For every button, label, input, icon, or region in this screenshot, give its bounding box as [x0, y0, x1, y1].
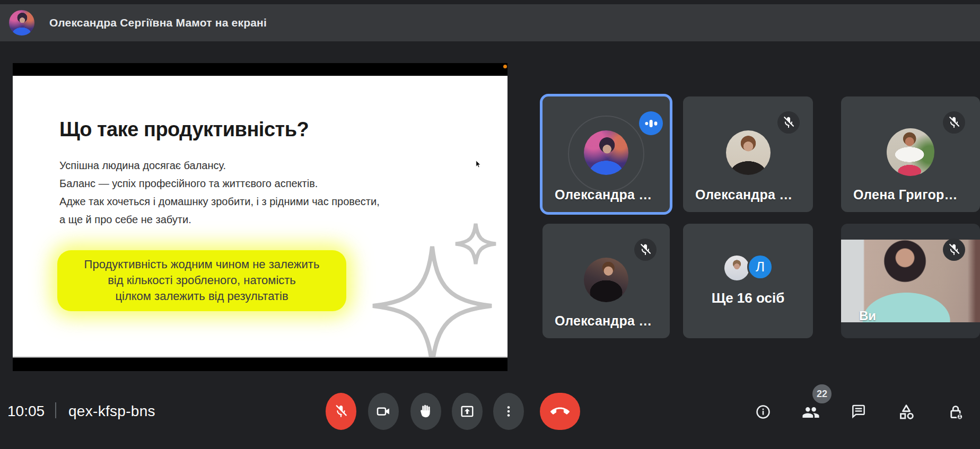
presenting-banner: Олександра Сергіївна Мамот на екрані: [0, 4, 980, 41]
camera-icon: [375, 403, 391, 419]
host-controls-icon: [947, 403, 965, 421]
highlight-line: від кількості зробленого, натомість: [57, 272, 346, 288]
participant-name: Олександра …: [555, 313, 652, 329]
mic-toggle-button[interactable]: [326, 393, 356, 430]
participant-name: Олександра …: [555, 187, 652, 203]
slide-body-line: Адже так хочеться і домашнку зробити, і …: [59, 192, 380, 210]
participants-count-badge: 22: [812, 384, 832, 403]
highlight-line: цілком залежить від результатів: [57, 288, 346, 304]
host-controls-button[interactable]: [945, 402, 966, 423]
participant-avatar: [726, 130, 771, 175]
participant-tile-olena[interactable]: Олена Григор…: [841, 96, 980, 212]
participant-name: Олександра …: [695, 187, 792, 203]
slide-body-line: Успішна людина досягає балансу.: [59, 156, 380, 174]
present-screen-button[interactable]: [452, 393, 483, 430]
mic-off-icon: [943, 239, 965, 261]
activities-icon: [897, 403, 915, 421]
end-call-button[interactable]: [540, 393, 580, 430]
more-options-icon: [502, 404, 515, 418]
participant-avatar: [724, 256, 749, 280]
mic-off-icon: [334, 404, 348, 419]
speaking-indicator-icon: [639, 111, 663, 135]
letter-avatar: Л: [747, 254, 773, 280]
presenting-banner-title: Олександра Сергіївна Мамот на екрані: [49, 16, 267, 29]
participant-avatar: [584, 130, 628, 175]
mic-off-icon: [777, 111, 800, 134]
activities-button[interactable]: [896, 401, 917, 422]
people-icon: [802, 403, 820, 421]
more-options-button[interactable]: [493, 393, 524, 430]
record-dot: [503, 65, 507, 68]
slide-title: Що таке продуктивність?: [59, 118, 309, 141]
end-call-icon: [550, 402, 570, 421]
presentation-slide: Що таке продуктивність? Успішна людина д…: [13, 76, 508, 358]
raise-hand-button[interactable]: [410, 393, 441, 430]
self-label: Ви: [859, 309, 876, 323]
participant-tile-oleksandra-3[interactable]: Олександра …: [542, 224, 670, 338]
participant-tile-oleksandra-2[interactable]: Олександра …: [683, 96, 813, 212]
highlight-line: Продуктивність жодним чином не залежить: [57, 257, 346, 272]
slide-body-line: а ще й про себе не забути.: [59, 210, 380, 228]
clock-time: 10:05: [7, 403, 45, 420]
highlight-callout: Продуктивність жодним чином не залежить …: [57, 250, 346, 311]
camera-toggle-button[interactable]: [368, 393, 399, 430]
raise-hand-icon: [418, 403, 434, 419]
participant-tile-oleksandra-1[interactable]: Олександра …: [540, 94, 672, 215]
shared-screen[interactable]: Що таке продуктивність? Успішна людина д…: [13, 63, 508, 371]
chat-icon: [850, 402, 867, 419]
more-people-label: Ще 16 осіб: [683, 290, 813, 306]
participants-button[interactable]: [800, 402, 821, 423]
participant-tile-you[interactable]: Ви: [841, 224, 980, 338]
info-icon: [755, 403, 772, 420]
participant-avatar: [584, 258, 628, 302]
presenter-avatar: [9, 10, 34, 36]
slide-body-line: Баланс — успіх професійного та життєвого…: [59, 174, 380, 192]
mouse-cursor-icon: [474, 159, 484, 170]
participant-name: Олена Григор…: [853, 187, 958, 203]
slide-body: Успішна людина досягає балансу. Баланс —…: [59, 156, 380, 228]
chat-button[interactable]: [848, 400, 869, 421]
divider: [55, 402, 56, 418]
meeting-details-button[interactable]: [752, 401, 774, 422]
mic-off-icon: [634, 239, 657, 261]
participant-avatar: [887, 128, 934, 176]
mic-off-icon: [943, 111, 965, 134]
participant-tile-more-people[interactable]: Л Ще 16 осіб: [683, 224, 813, 338]
meeting-code: qex-kfsp-bns: [68, 403, 155, 420]
present-icon: [460, 404, 475, 419]
